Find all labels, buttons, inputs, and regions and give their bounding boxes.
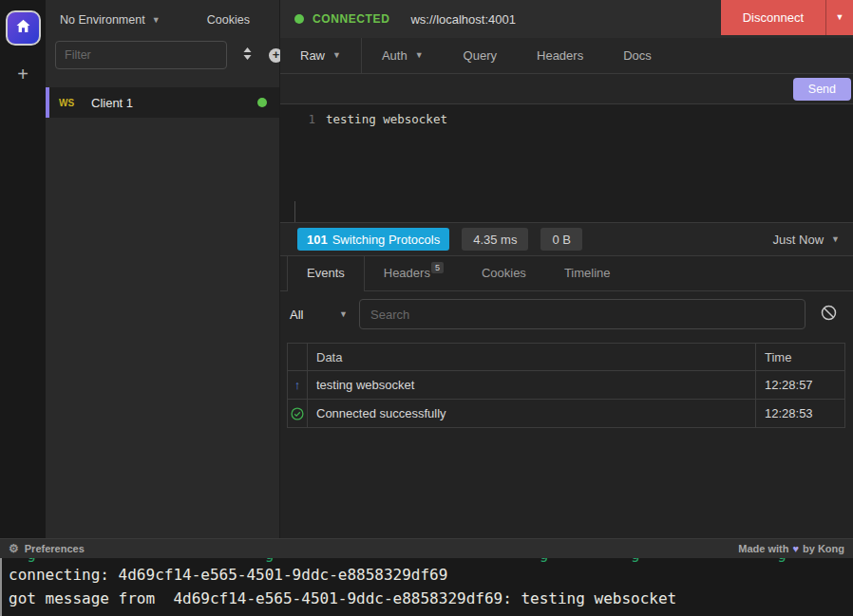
table-header-row: Data Time: [288, 344, 844, 370]
check-circle-icon: [288, 400, 308, 427]
filter-input[interactable]: [55, 41, 227, 69]
event-time: 12:28:57: [756, 371, 844, 399]
events-filter-row: All ▼: [280, 291, 853, 337]
kong-credit: Made with ♥ by Kong: [738, 543, 844, 554]
terminal-output[interactable]: g g g g g connecting: 4d69cf14-e565-4501…: [0, 558, 853, 616]
activity-rail: +: [0, 0, 46, 538]
connection-status-dot: [257, 98, 267, 107]
sidebar-filter-row: + ▼: [46, 40, 279, 79]
event-data: Connected successfully: [308, 400, 756, 427]
editor-content: testing websocket: [326, 112, 447, 222]
home-icon: [15, 18, 31, 38]
table-row[interactable]: ↑ testing websocket 12:28:57: [288, 370, 844, 399]
chevron-down-icon: ▼: [415, 51, 424, 60]
clear-events-button[interactable]: [821, 305, 837, 325]
terminal-line: connecting: 4d69cf14-e565-4501-9ddc-e885…: [9, 563, 853, 587]
send-row: Send: [280, 74, 853, 104]
circle-slash-icon: [821, 305, 837, 325]
connection-bar: CONNECTED ws://localhost:4001 Disconnect…: [280, 0, 853, 38]
status-text: Switching Protocols: [332, 233, 440, 247]
tab-timeline[interactable]: Timeline: [545, 256, 630, 290]
credit-text: by Kong: [803, 543, 844, 554]
cookies-button[interactable]: Cookies: [207, 13, 250, 27]
time-column-header: Time: [756, 344, 844, 370]
response-pane-empty: [280, 428, 853, 538]
tab-auth[interactable]: Auth ▼: [362, 38, 444, 73]
tab-docs[interactable]: Docs: [603, 38, 672, 73]
disconnect-button[interactable]: Disconnect: [721, 0, 825, 35]
ws-method-tag: WS: [59, 98, 91, 108]
client-name: Client 1: [91, 96, 257, 110]
environment-label: No Environment: [60, 13, 145, 27]
message-editor[interactable]: 1 testing websocket: [280, 104, 853, 223]
disconnect-options-button[interactable]: ▼: [826, 0, 853, 35]
table-row[interactable]: Connected successfully 12:28:53: [288, 399, 844, 427]
event-type-select[interactable]: All ▼: [290, 308, 359, 322]
credit-text: Made with: [738, 543, 788, 554]
disconnect-button-group: Disconnect ▼: [721, 0, 853, 35]
size-badge: 0 B: [540, 228, 582, 251]
tab-response-cookies[interactable]: Cookies: [463, 256, 545, 290]
new-project-button[interactable]: +: [17, 65, 28, 84]
home-button[interactable]: [6, 10, 41, 46]
gear-icon: ⚙: [9, 542, 19, 555]
tab-query[interactable]: Query: [444, 38, 517, 73]
websocket-url[interactable]: ws://localhost:4001: [410, 12, 516, 27]
event-search-input[interactable]: [359, 299, 806, 329]
chevron-down-icon: ▼: [152, 16, 161, 25]
duration-badge: 4.35 ms: [462, 228, 528, 251]
sidebar: No Environment ▼ Cookies + ▼ WS Client 1: [46, 0, 280, 538]
response-tab-bar: Events Headers 5 Cookies Timeline: [280, 256, 853, 291]
request-tab-bar: Raw ▼ Auth ▼ Query Headers Docs: [280, 38, 853, 74]
body-type-dropdown[interactable]: Raw ▼: [280, 38, 362, 73]
tab-headers[interactable]: Headers: [517, 38, 603, 73]
status-footer: ⚙ Preferences Made with ♥ by Kong: [0, 538, 853, 558]
environment-selector[interactable]: No Environment ▼: [60, 13, 161, 27]
tab-auth-label: Auth: [382, 48, 408, 63]
icon-column-header: [288, 344, 308, 370]
sidebar-item-client-1[interactable]: WS Client 1: [46, 87, 279, 118]
send-button[interactable]: Send: [793, 78, 851, 101]
preferences-button[interactable]: Preferences: [25, 543, 85, 554]
sort-button[interactable]: [242, 47, 253, 65]
body-type-label: Raw: [300, 48, 325, 63]
tab-events[interactable]: Events: [287, 256, 365, 291]
connection-status-label: CONNECTED: [313, 12, 389, 26]
heart-icon: ♥: [792, 543, 799, 554]
event-type-value: All: [290, 308, 303, 322]
tab-response-headers[interactable]: Headers 5: [365, 256, 463, 290]
sort-icon: [242, 47, 253, 65]
connected-dot-icon: [294, 14, 304, 24]
status-code: 101: [307, 233, 328, 247]
chevron-down-icon: ▼: [836, 13, 844, 22]
event-data: testing websocket: [308, 371, 756, 399]
headers-count-badge: 5: [431, 262, 444, 273]
chevron-down-icon: ▼: [332, 51, 341, 60]
main-pane: CONNECTED ws://localhost:4001 Disconnect…: [280, 0, 853, 538]
event-time: 12:28:53: [756, 400, 844, 427]
tab-headers-label: Headers: [384, 266, 430, 280]
events-table: Data Time ↑ testing websocket 12:28:57 C…: [287, 343, 845, 428]
data-column-header: Data: [308, 344, 756, 370]
time-ago-label: Just Now: [773, 233, 824, 247]
chevron-down-icon: ▼: [339, 310, 348, 319]
terminal-line: got message from 4d69cf14-e565-4501-9ddc…: [9, 587, 853, 610]
response-status-bar: 101 Switching Protocols 4.35 ms 0 B Just…: [280, 223, 853, 256]
chevron-down-icon: ▼: [831, 235, 840, 244]
status-badge: 101 Switching Protocols: [297, 228, 449, 251]
sent-arrow-icon: ↑: [288, 371, 308, 399]
pane-drag-handle[interactable]: [294, 201, 295, 222]
line-number: 1: [280, 112, 326, 222]
response-history-dropdown[interactable]: Just Now ▼: [773, 233, 840, 247]
sidebar-header: No Environment ▼ Cookies: [46, 0, 279, 40]
app-window: + No Environment ▼ Cookies + ▼ WS Cli: [0, 0, 853, 538]
